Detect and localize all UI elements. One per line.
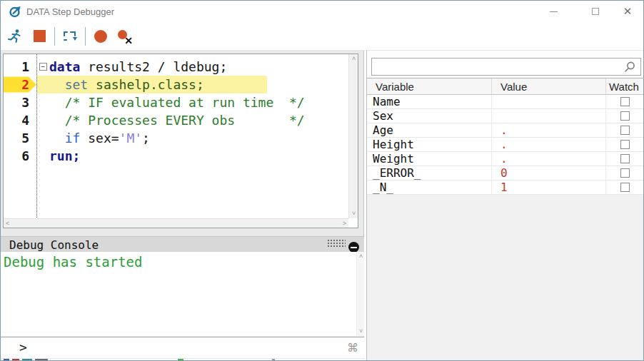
variable-row[interactable]: _N_1 (367, 180, 644, 195)
code-text: data results2 / ldebug; (49, 59, 227, 74)
debugger-app-icon (9, 6, 21, 18)
code-editor[interactable]: 123456 −data results2 / ldebug; set sash… (3, 54, 358, 228)
titlebar[interactable]: DATA Step Debugger ✕ (1, 1, 643, 22)
watch-panel: Variable Value Watch NameSexAge.Height.W… (366, 51, 643, 361)
search-box[interactable] (371, 58, 641, 76)
debug-console-title: Debug Console (9, 238, 99, 252)
column-header-watch[interactable]: Watch (605, 78, 644, 94)
search-icon[interactable] (623, 61, 636, 73)
token-plain: ; (142, 131, 150, 146)
toolbar-separator (85, 27, 86, 46)
gutter[interactable]: 123456 (4, 54, 37, 228)
column-header-value[interactable]: Value (491, 78, 605, 94)
toolbar: ✕ (1, 22, 643, 51)
watch-cell (605, 138, 644, 151)
breakpoint-button[interactable] (89, 24, 113, 49)
watch-table-body: NameSexAge.Height.Weight._ERROR_0_N_1 (367, 95, 644, 195)
code-line[interactable]: set sashelp.class; (37, 76, 358, 93)
step-button[interactable] (58, 24, 82, 49)
stop-button[interactable] (27, 24, 51, 49)
debug-console-output[interactable]: Debug has started ˄ ˅ (1, 252, 364, 336)
scroll-up-icon[interactable]: ˄ (359, 253, 363, 260)
console-scrollbar[interactable]: ˄ ˅ (356, 252, 364, 336)
variable-name: Sex (367, 109, 491, 123)
close-button[interactable]: ✕ (615, 1, 640, 22)
maximize-button[interactable] (583, 1, 608, 22)
search-input[interactable] (373, 59, 622, 74)
fold-toggle-icon[interactable]: − (39, 63, 47, 71)
scroll-down-icon[interactable]: ˅ (359, 328, 363, 335)
watch-checkbox[interactable] (620, 140, 630, 149)
code-lines[interactable]: −data results2 / ldebug; set sashelp.cla… (37, 54, 358, 228)
watch-cell (605, 109, 644, 123)
scroll-up-icon[interactable]: ˄ (352, 56, 356, 62)
token-ifkw: if (65, 131, 81, 146)
clear-breakpoints-icon: ✕ (117, 29, 133, 44)
code-text: run; (49, 148, 80, 163)
minimize-icon (550, 11, 558, 12)
code-line[interactable]: if sex='M'; (37, 129, 358, 147)
code-text: /* IF evaluated at run time */ (49, 95, 305, 110)
line-number[interactable]: 5 (4, 129, 36, 147)
code-line[interactable]: /* IF evaluated at run time */ (37, 93, 358, 111)
watch-checkbox[interactable] (620, 168, 630, 178)
editor-vertical-scrollbar[interactable]: ˄ ˅ (348, 54, 358, 218)
watch-checkbox[interactable] (620, 126, 630, 135)
token-plain: results2 / ldebug; (80, 59, 227, 74)
code-line[interactable]: run; (37, 147, 358, 165)
code-line[interactable]: /* Processes EVERY obs */ (37, 111, 358, 129)
variable-name: _N_ (367, 180, 491, 194)
line-number[interactable]: 4 (4, 111, 36, 129)
scroll-down-icon[interactable]: ˅ (352, 210, 356, 217)
variable-row[interactable]: Height. (367, 138, 644, 152)
variable-row[interactable]: Name (367, 95, 644, 109)
command-icon[interactable]: ⌘ (347, 341, 358, 355)
watch-table: Variable Value Watch NameSexAge.Height.W… (367, 78, 644, 195)
token-plain (88, 77, 96, 92)
column-header-variable[interactable]: Variable (367, 81, 491, 93)
variable-row[interactable]: _ERROR_0 (367, 166, 644, 180)
debug-console-header[interactable]: Debug Console (1, 236, 364, 252)
variable-row[interactable]: Weight. (367, 152, 644, 166)
step-over-icon (62, 29, 78, 44)
editor-horizontal-scrollbar[interactable]: ˂ ˃ (4, 218, 348, 228)
close-icon: ✕ (623, 5, 633, 18)
scroll-right-icon[interactable]: ˃ (343, 220, 346, 227)
line-number[interactable]: 1 (4, 58, 36, 76)
breakpoint-circle-icon (94, 30, 107, 43)
line-number[interactable]: 3 (4, 93, 36, 111)
watch-checkbox[interactable] (620, 154, 630, 163)
watch-cell (605, 166, 644, 180)
watch-checkbox[interactable] (620, 183, 630, 192)
variable-row[interactable]: Age. (367, 123, 644, 138)
run-button[interactable] (3, 24, 27, 49)
code-line[interactable]: −data results2 / ldebug; (37, 58, 358, 76)
token-plain (49, 77, 65, 92)
code-text: /* Processes EVERY obs */ (49, 113, 305, 128)
search-strip (367, 51, 644, 78)
token-str: 'M' (119, 131, 143, 146)
watch-checkbox[interactable] (620, 111, 630, 121)
token-kw: run; (49, 148, 80, 163)
variable-row[interactable]: Sex (367, 109, 644, 123)
editor-pane: 123456 −data results2 / ldebug; set sash… (1, 51, 364, 361)
variable-name: Name (367, 95, 491, 108)
variable-name: Age (367, 123, 491, 137)
current-line-marker[interactable]: 2 (4, 76, 36, 93)
window-title: DATA Step Debugger (26, 6, 114, 17)
command-input-row[interactable]: > ⌘ (1, 337, 364, 358)
collapse-console-button[interactable] (348, 242, 359, 253)
current-line-highlight: set sashelp.class; (37, 76, 267, 93)
line-number[interactable]: 6 (4, 147, 36, 165)
token-comment: /* IF evaluated at run time */ (49, 95, 305, 110)
drag-grip-icon[interactable] (327, 239, 346, 248)
variable-name: _ERROR_ (367, 166, 491, 180)
watch-checkbox[interactable] (620, 97, 630, 106)
runner-icon (7, 29, 23, 44)
watch-cell (605, 123, 644, 137)
clear-breakpoints-button[interactable]: ✕ (113, 24, 137, 49)
scroll-left-icon[interactable]: ˂ (6, 220, 9, 227)
variable-name: Height (367, 138, 491, 151)
toolbar-separator (54, 27, 55, 46)
minimize-button[interactable] (541, 1, 565, 22)
